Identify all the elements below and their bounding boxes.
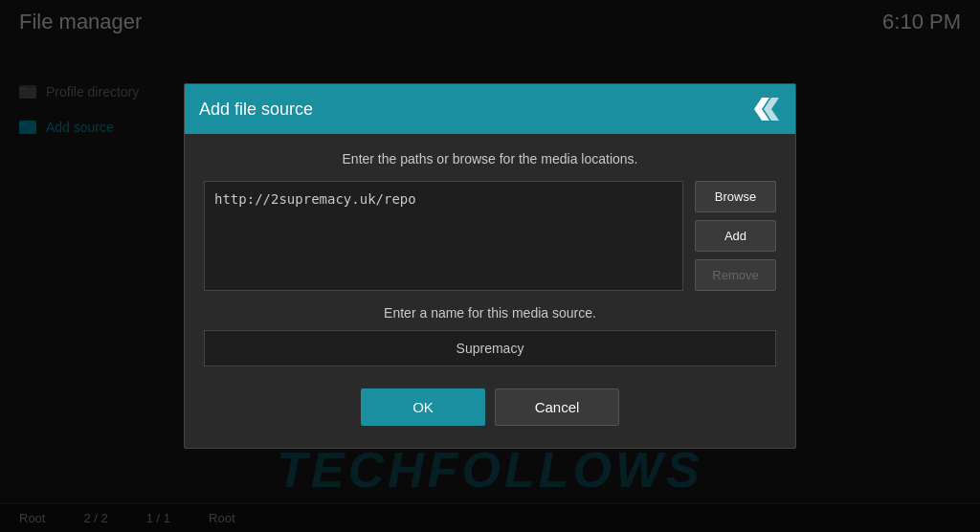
add-button[interactable]: Add: [695, 220, 776, 252]
ok-button[interactable]: OK: [361, 388, 485, 426]
modal-overlay: Add file source Enter the paths or brows…: [0, 0, 980, 532]
remove-button[interactable]: Remove: [695, 259, 776, 291]
dialog-footer: OK Cancel: [204, 384, 776, 431]
dialog-header: Add file source: [185, 84, 795, 134]
add-file-source-dialog: Add file source Enter the paths or brows…: [184, 83, 796, 449]
kodi-logo-icon: [750, 94, 781, 124]
path-textarea[interactable]: [204, 181, 683, 291]
dialog-title: Add file source: [199, 100, 313, 120]
cancel-button[interactable]: Cancel: [495, 388, 619, 426]
path-instruction: Enter the paths or browse for the media …: [204, 151, 776, 166]
browse-button[interactable]: Browse: [695, 181, 776, 212]
media-source-name-input[interactable]: [204, 330, 776, 366]
dialog-body: Enter the paths or browse for the media …: [185, 134, 795, 448]
path-buttons: Browse Add Remove: [695, 181, 776, 291]
path-row: Browse Add Remove: [204, 181, 776, 291]
name-instruction: Enter a name for this media source.: [204, 305, 776, 321]
